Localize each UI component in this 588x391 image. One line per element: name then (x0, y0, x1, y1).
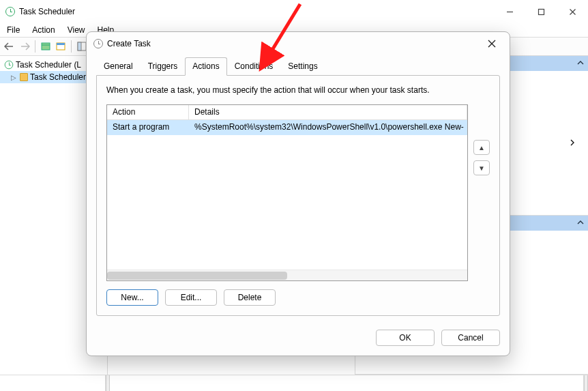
dialog-title: Create Task (107, 39, 151, 48)
tree-root-icon (5, 61, 14, 70)
menu-view[interactable]: View (68, 25, 85, 35)
status-cell-1 (0, 375, 106, 391)
dialog-tabs: General Triggers Actions Conditions Sett… (96, 57, 500, 75)
row-action: Start a program (107, 120, 189, 135)
svg-rect-5 (78, 42, 81, 50)
actions-list[interactable]: Action Details Start a program %SystemRo… (106, 104, 468, 281)
svg-rect-3 (57, 43, 65, 45)
main-titlebar: Task Scheduler (0, 0, 588, 23)
collapse-icon[interactable] (577, 59, 584, 68)
splitter-2[interactable] (584, 375, 588, 391)
tree-root-label: Task Scheduler (L (16, 60, 81, 70)
menu-action[interactable]: Action (32, 25, 55, 35)
tab-settings[interactable]: Settings (280, 57, 325, 76)
actions-list-header: Action Details (107, 105, 467, 120)
edit-button[interactable]: Edit... (165, 289, 217, 306)
cancel-button[interactable]: Cancel (441, 330, 500, 346)
toolbar-icon-1[interactable] (39, 40, 53, 53)
row-details: %SystemRoot%\system32\WindowsPowerShell\… (189, 120, 467, 135)
close-button[interactable] (557, 1, 588, 23)
tab-general[interactable]: General (96, 57, 141, 76)
actions-list-row[interactable]: Start a program %SystemRoot%\system32\Wi… (107, 120, 467, 135)
maximize-button[interactable] (525, 1, 557, 23)
new-button[interactable]: New... (106, 289, 158, 306)
tree-child-label: Task Scheduler (30, 72, 86, 82)
menu-file[interactable]: File (7, 25, 20, 35)
move-down-button[interactable]: ▼ (473, 160, 490, 175)
dialog-close-button[interactable] (481, 35, 503, 52)
column-details[interactable]: Details (189, 105, 467, 119)
horizontal-scrollbar[interactable] (107, 270, 467, 280)
chevron-right-icon[interactable] (569, 139, 576, 146)
tab-actions[interactable]: Actions (185, 57, 226, 76)
tab-conditions[interactable]: Conditions (227, 57, 281, 76)
collapse-icon-2[interactable] (577, 218, 584, 228)
dialog-icon (93, 39, 103, 48)
column-action[interactable]: Action (107, 105, 189, 119)
dialog-titlebar: Create Task (87, 32, 510, 55)
actions-instruction: When you create a task, you must specify… (106, 85, 490, 95)
ok-button[interactable]: OK (376, 330, 435, 346)
status-cell-2 (110, 375, 584, 391)
svg-rect-1 (42, 43, 50, 50)
tab-triggers[interactable]: Triggers (141, 57, 186, 76)
create-task-dialog: Create Task General Triggers Actions Con… (86, 31, 510, 356)
svg-rect-0 (538, 9, 544, 14)
app-icon (5, 7, 15, 16)
delete-button[interactable]: Delete (224, 289, 276, 306)
move-up-button[interactable]: ▲ (473, 140, 490, 155)
folder-icon (20, 73, 28, 81)
app-title: Task Scheduler (19, 7, 75, 16)
back-button[interactable] (3, 40, 16, 53)
statusbar (0, 375, 588, 391)
toolbar-icon-2[interactable] (54, 40, 68, 53)
reorder-buttons: ▲ ▼ (473, 104, 490, 281)
minimize-button[interactable] (494, 1, 525, 23)
expand-icon[interactable]: ▷ (11, 74, 18, 81)
actions-tab-panel: When you create a task, you must specify… (96, 75, 500, 316)
forward-button[interactable] (18, 40, 31, 53)
